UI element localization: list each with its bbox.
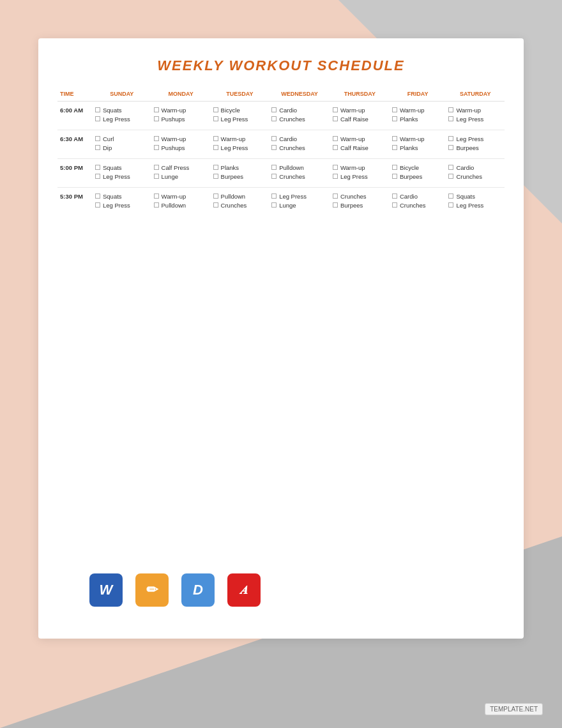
exercise-checkbox[interactable] [154,193,159,199]
exercise-checkbox[interactable] [392,202,397,208]
exercise-checkbox[interactable] [448,174,453,179]
exercise-item: Calf Press [154,164,208,171]
exercise-checkbox[interactable] [271,174,277,179]
exercise-checkbox[interactable] [213,174,218,179]
exercise-label: Warm-up [340,164,365,171]
exercise-label: Cardio [279,107,297,114]
exercise-checkbox[interactable] [154,136,159,141]
exercise-label: Squats [456,193,475,200]
exercise-checkbox[interactable] [213,193,218,199]
exercise-checkbox[interactable] [392,116,397,121]
exercise-checkbox[interactable] [333,165,338,170]
table-row: 5:30 PMSquatsLeg PressWarm-upPulldownPul… [57,188,505,216]
exercise-checkbox[interactable] [333,193,338,199]
exercise-item: Planks [392,116,443,123]
exercise-item: Warm-up [392,107,443,114]
exercise-checkbox[interactable] [448,145,453,150]
pages-icon[interactable]: ✏ [135,573,169,607]
exercise-label: Burpees [400,173,422,180]
exercise-checkbox[interactable] [392,193,397,199]
col-header-tuesday: TUESDAY [211,87,270,102]
exercise-checkbox[interactable] [271,193,277,199]
exercise-checkbox[interactable] [213,202,218,208]
exercise-checkbox[interactable] [95,145,100,150]
exercise-checkbox[interactable] [95,174,100,179]
time-cell-2: 5:00 PM [57,159,93,188]
exercise-checkbox[interactable] [213,107,218,112]
cell-thursday-1: Warm-upCalf Raise [330,130,390,159]
exercise-checkbox[interactable] [271,116,277,121]
exercise-checkbox[interactable] [271,136,277,141]
exercise-checkbox[interactable] [271,202,277,208]
exercise-label: Leg Press [103,116,130,123]
exercise-item: Pulldown [271,164,328,171]
exercise-checkbox[interactable] [448,107,453,112]
exercise-checkbox[interactable] [271,165,277,170]
exercise-item: Warm-up [213,135,267,142]
exercise-label: Leg Press [456,202,483,209]
exercise-checkbox[interactable] [333,107,338,112]
cell-friday-1: Warm-upPlanks [390,130,446,159]
exercise-label: Warm-up [162,135,186,142]
exercise-label: Pulldown [221,193,246,200]
exercise-label: Calf Raise [340,144,368,151]
exercise-checkbox[interactable] [154,165,159,170]
exercise-checkbox[interactable] [95,116,100,121]
exercise-label: Calf Raise [340,116,368,123]
exercise-label: Warm-up [162,193,186,200]
exercise-checkbox[interactable] [271,145,277,150]
exercise-checkbox[interactable] [392,107,397,112]
exercise-checkbox[interactable] [95,193,100,199]
exercise-item: Bicycle [392,164,443,171]
exercise-checkbox[interactable] [448,116,453,121]
docs-icon[interactable]: D [181,573,215,607]
exercise-checkbox[interactable] [95,136,100,141]
exercise-checkbox[interactable] [213,116,218,121]
exercise-checkbox[interactable] [213,145,218,150]
time-cell-0: 6:00 AM [57,102,93,130]
exercise-checkbox[interactable] [392,145,397,150]
exercise-checkbox[interactable] [95,202,100,208]
exercise-item: Warm-up [154,135,208,142]
exercise-checkbox[interactable] [154,116,159,121]
exercise-checkbox[interactable] [213,165,218,170]
exercise-checkbox[interactable] [333,202,338,208]
exercise-checkbox[interactable] [95,165,100,170]
cell-wednesday-3: Leg PressLunge [269,188,330,216]
exercise-checkbox[interactable] [154,174,159,179]
exercise-checkbox[interactable] [95,107,100,112]
exercise-item: Leg Press [448,116,502,123]
word-icon[interactable]: W [89,573,123,607]
exercise-label: Squats [103,193,122,200]
exercise-label: Leg Press [279,193,307,200]
exercise-checkbox[interactable] [154,145,159,150]
exercise-checkbox[interactable] [448,202,453,208]
exercise-item: Warm-up [154,193,208,200]
exercise-checkbox[interactable] [213,136,218,141]
exercise-item: Warm-up [333,135,387,142]
exercise-checkbox[interactable] [271,107,277,112]
exercise-label: Cardio [279,135,297,142]
exercise-checkbox[interactable] [333,116,338,121]
exercise-checkbox[interactable] [448,136,453,141]
exercise-checkbox[interactable] [392,165,397,170]
exercise-checkbox[interactable] [333,145,338,150]
schedule-table: TIME SUNDAY MONDAY TUESDAY WEDNESDAY THU… [57,87,505,216]
exercise-checkbox[interactable] [448,165,453,170]
exercise-checkbox[interactable] [333,174,338,179]
cell-sunday-0: SquatsLeg Press [93,102,151,130]
exercise-checkbox[interactable] [392,136,397,141]
exercise-item: Lunge [154,173,208,180]
exercise-checkbox[interactable] [333,136,338,141]
exercise-checkbox[interactable] [154,107,159,112]
exercise-item: Crunches [333,193,387,200]
exercise-checkbox[interactable] [448,193,453,199]
exercise-checkbox[interactable] [154,202,159,208]
exercise-checkbox[interactable] [392,174,397,179]
exercise-label: Leg Press [456,135,483,142]
cell-thursday-3: CrunchesBurpees [330,188,390,216]
pdf-icon[interactable]: 𝑨 [227,573,261,607]
exercise-label: Warm-up [162,107,186,114]
exercise-item: Crunches [392,202,443,209]
cell-friday-0: Warm-upPlanks [390,102,446,130]
